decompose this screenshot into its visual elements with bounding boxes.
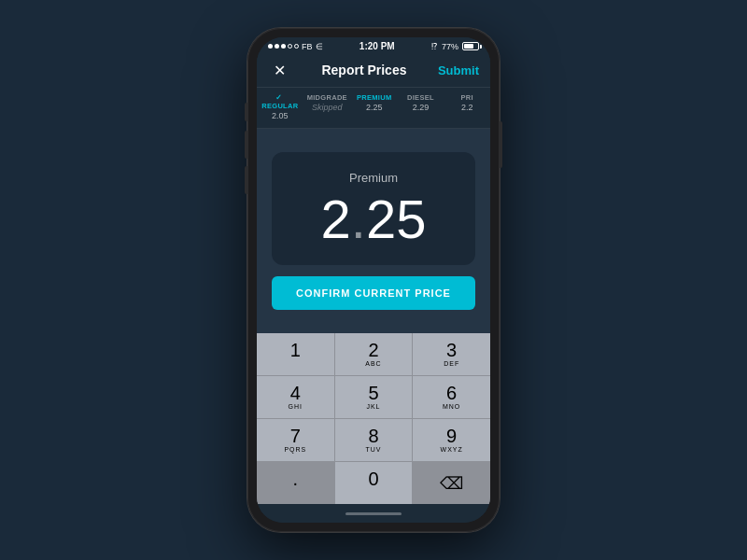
numpad-letters-5: JKL — [366, 403, 380, 411]
numpad-num-8: 8 — [368, 427, 378, 445]
numpad-key-9[interactable]: 9 WXYZ — [413, 419, 490, 461]
numpad-letters-3: DEF — [444, 360, 459, 368]
numpad-key-1[interactable]: 1 — [257, 333, 334, 375]
signal-dot-4 — [288, 44, 292, 49]
status-left: FB ∈ — [268, 42, 323, 51]
header: ✕ Report Prices Submit — [257, 53, 490, 88]
check-icon: ✓ — [275, 93, 282, 102]
volume-up-button — [245, 131, 247, 159]
numpad-num-3: 3 — [446, 341, 457, 359]
tab-regular-value: 2.05 — [261, 111, 300, 120]
price-card-label: Premium — [349, 171, 398, 185]
tab-premium-label: PREMIUM — [355, 93, 394, 102]
submit-button[interactable]: Submit — [438, 63, 479, 77]
tab-regular[interactable]: ✓REGULAR 2.05 — [257, 91, 303, 122]
power-button — [500, 121, 502, 168]
tab-pri-value: 2.2 — [447, 103, 486, 112]
main-content: Premium 2 . 25 CONFIRM CURRENT PRICE — [257, 129, 490, 333]
signal-dot-3 — [281, 44, 286, 49]
numpad-key-dot[interactable]: . — [257, 462, 334, 504]
numpad-letters-9: WXYZ — [441, 446, 463, 454]
home-bar — [345, 512, 402, 515]
fuel-tabs: ✓REGULAR 2.05 MIDGRADE Skipped PREMIUM 2… — [257, 88, 490, 129]
numpad-num-dot: . — [293, 469, 299, 488]
home-area — [257, 504, 490, 523]
tab-pri-label: PRI — [447, 93, 486, 102]
status-bar: FB ∈ 1:20 PM ⁉ 77% — [257, 37, 490, 53]
status-right: ⁉ 77% — [431, 42, 479, 51]
signal-dot-1 — [268, 44, 273, 49]
phone-device: FB ∈ 1:20 PM ⁉ 77% ✕ Report Prices Submi… — [247, 28, 500, 532]
tab-premium-value: 2.25 — [355, 103, 394, 112]
tab-diesel[interactable]: DIESEL 2.29 — [398, 91, 444, 122]
numpad-key-0[interactable]: 0 — [335, 462, 413, 504]
numpad-key-3[interactable]: 3 DEF — [413, 333, 490, 375]
numpad-key-4[interactable]: 4 GHI — [257, 376, 334, 418]
price-decimal-point: . — [351, 192, 366, 246]
price-card: Premium 2 . 25 — [272, 152, 475, 265]
signal-icon — [268, 44, 299, 49]
volume-down-button — [245, 166, 247, 194]
numpad-num-9: 9 — [446, 427, 457, 445]
numpad-num-1: 1 — [290, 341, 301, 359]
tab-regular-label: ✓REGULAR — [261, 93, 300, 110]
numpad-letters-8: TUV — [365, 446, 381, 454]
tab-diesel-label: DIESEL — [402, 93, 441, 102]
numpad-key-5[interactable]: 5 JKL — [335, 376, 413, 418]
price-display: 2 . 25 — [321, 192, 427, 246]
numpad-key-2[interactable]: 2 ABC — [335, 333, 413, 375]
numpad-key-7[interactable]: 7 PQRS — [257, 419, 334, 461]
mute-button — [245, 103, 247, 121]
backspace-icon: ⌫ — [440, 473, 463, 494]
numpad-num-4: 4 — [290, 384, 301, 402]
tab-pri[interactable]: PRI 2.2 — [444, 91, 490, 122]
battery-percent: 77% — [442, 42, 458, 51]
numpad-num-6: 6 — [446, 384, 457, 402]
battery-fill — [464, 44, 474, 49]
tab-diesel-value: 2.29 — [402, 103, 441, 112]
tab-midgrade-value: Skipped — [307, 103, 347, 112]
numpad-key-backspace[interactable]: ⌫ — [413, 462, 490, 504]
bluetooth-icon: ⁉ — [431, 42, 438, 51]
numpad-num-0: 0 — [368, 469, 378, 488]
numpad-num-2: 2 — [368, 341, 378, 359]
price-decimal: 25 — [366, 192, 427, 246]
numpad-letters-6: MNO — [443, 403, 460, 411]
tab-premium[interactable]: PREMIUM 2.25 — [351, 91, 398, 122]
tab-midgrade-label: MIDGRADE — [307, 93, 347, 102]
page-title: Report Prices — [321, 63, 406, 77]
numpad-num-7: 7 — [290, 427, 301, 445]
close-button[interactable]: ✕ — [268, 59, 290, 81]
numpad-num-5: 5 — [368, 384, 378, 402]
numpad-key-6[interactable]: 6 MNO — [413, 376, 490, 418]
numpad-letters-4: GHI — [289, 403, 303, 411]
confirm-price-button[interactable]: CONFIRM CURRENT PRICE — [272, 276, 475, 310]
signal-dot-2 — [275, 44, 279, 49]
wifi-icon: ∈ — [316, 42, 323, 51]
tab-midgrade[interactable]: MIDGRADE Skipped — [303, 91, 351, 122]
phone-screen: FB ∈ 1:20 PM ⁉ 77% ✕ Report Prices Submi… — [257, 37, 490, 523]
numpad-letters-7: PQRS — [284, 446, 306, 454]
numpad-letters-2: ABC — [365, 360, 381, 368]
numpad: 1 2 ABC 3 DEF 4 GHI 5 JKL 6 MNO — [257, 333, 490, 504]
battery-icon — [462, 42, 479, 50]
status-time: 1:20 PM — [359, 41, 395, 51]
signal-dot-5 — [294, 44, 299, 49]
numpad-key-8[interactable]: 8 TUV — [335, 419, 413, 461]
carrier-label: FB — [302, 42, 313, 51]
price-integer: 2 — [321, 192, 351, 246]
